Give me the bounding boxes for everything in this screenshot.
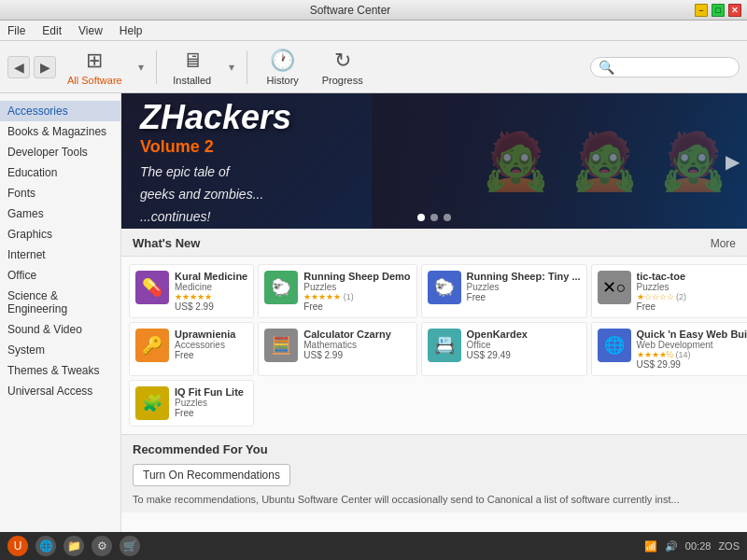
recommended-description: To make recommendations, Ubuntu Software… xyxy=(133,494,736,505)
app-icon: 🧮 xyxy=(264,329,298,362)
menu-help[interactable]: Help xyxy=(116,22,147,39)
app-stars: ★★★★★ xyxy=(175,292,247,301)
software-center-icon[interactable]: 🛒 xyxy=(120,536,140,556)
status-zos: ZOS xyxy=(718,540,740,552)
sidebar-item-internet[interactable]: Internet xyxy=(0,245,120,265)
app-info: Quick 'n Easy Web Bui... Web Development… xyxy=(637,329,747,370)
back-button[interactable]: ◀ xyxy=(7,56,30,78)
app-icon: 🌐 xyxy=(598,329,631,362)
banner[interactable]: ZHackers Volume 2 The epic tale of geeks… xyxy=(121,93,747,229)
installed-dropdown[interactable]: ▾ xyxy=(224,50,239,84)
star-count: (14) xyxy=(676,350,691,359)
sidebar-item-developer-tools[interactable]: Developer Tools xyxy=(0,142,120,162)
status-volume-icon: 🔊 xyxy=(665,540,678,553)
ubuntu-icon[interactable]: U xyxy=(7,536,28,556)
app-category: Office xyxy=(467,340,581,350)
all-software-dropdown[interactable]: ▾ xyxy=(134,50,148,84)
minimize-button[interactable]: − xyxy=(695,4,708,17)
banner-dot-2[interactable] xyxy=(430,214,438,221)
app-price: Free xyxy=(175,408,247,418)
sidebar-item-sound[interactable]: Sound & Video xyxy=(0,319,120,340)
menu-file[interactable]: File xyxy=(4,22,29,39)
app-name: Uprawnienia xyxy=(175,329,247,340)
recommended-section: Recommended For You Turn On Recommendati… xyxy=(121,434,747,512)
main-content: Accessories Books & Magazines Developer … xyxy=(0,93,747,532)
app-stars: ★★★★½ (14) xyxy=(637,350,747,359)
search-wrap: 🔍 xyxy=(590,57,740,77)
installed-label: Installed xyxy=(173,75,211,86)
banner-next-arrow[interactable]: ▶ xyxy=(726,150,740,173)
progress-tab[interactable]: ↻ Progress xyxy=(315,45,371,90)
app-icon: 🐑 xyxy=(428,271,461,304)
whats-new-title: What's New xyxy=(133,236,200,250)
sidebar-item-books[interactable]: Books & Magazines xyxy=(0,121,120,142)
turn-on-recommendations-button[interactable]: Turn On Recommendations xyxy=(133,464,290,486)
files-icon[interactable]: 📁 xyxy=(63,536,84,556)
app-icon: 🧩 xyxy=(135,386,169,420)
history-label: History xyxy=(267,75,299,86)
app-card[interactable]: 🌐 Quick 'n Easy Web Bui... Web Developme… xyxy=(591,322,747,376)
chrome-icon[interactable]: 🌐 xyxy=(35,536,56,556)
app-icon: ✕○ xyxy=(598,271,631,304)
sidebar-item-themes[interactable]: Themes & Tweaks xyxy=(0,360,120,381)
status-right: 📶 🔊 00:28 ZOS xyxy=(644,540,740,553)
app-card[interactable]: ✕○ tic-tac-toe Puzzles ★☆☆☆☆ (2) Free xyxy=(591,264,747,318)
app-info: Running Sheep: Tiny ... Puzzles Free xyxy=(467,271,581,312)
search-input[interactable] xyxy=(614,61,736,74)
banner-subtitle-2: geeks and zombies... xyxy=(140,187,291,202)
banner-dots xyxy=(417,214,451,221)
app-icon: 📇 xyxy=(428,329,461,362)
app-category: Puzzles xyxy=(175,398,247,408)
history-tab[interactable]: 🕐 History xyxy=(255,45,311,90)
menu-view[interactable]: View xyxy=(75,22,106,39)
app-price: US$ 2.99 xyxy=(175,301,247,312)
all-software-icon: ⊞ xyxy=(86,49,103,73)
search-bar: 🔍 xyxy=(374,57,740,77)
sidebar-item-office[interactable]: Office xyxy=(0,265,120,286)
maximize-button[interactable]: □ xyxy=(712,4,725,17)
banner-text: ZHackers Volume 2 The epic tale of geeks… xyxy=(121,93,310,229)
app-stars: ★☆☆☆☆ (2) xyxy=(637,292,747,301)
settings-icon[interactable]: ⚙ xyxy=(92,536,112,556)
app-name: Calculator Czarny xyxy=(303,329,410,340)
toolbar: ◀ ▶ ⊞ All Software ▾ 🖥 Installed ▾ 🕐 His… xyxy=(0,41,747,93)
app-card[interactable]: 💊 Kural Medicine Medicine ★★★★★ US$ 2.99 xyxy=(129,264,254,318)
sidebar-item-graphics[interactable]: Graphics xyxy=(0,224,120,245)
installed-tab[interactable]: 🖥 Installed xyxy=(164,45,220,90)
app-card[interactable]: 🐑 Running Sheep: Tiny ... Puzzles Free xyxy=(421,264,587,318)
more-link[interactable]: More xyxy=(711,237,736,250)
star-count: (2) xyxy=(676,292,686,301)
window-title: Software Center xyxy=(6,4,695,17)
sidebar-item-accessories[interactable]: Accessories xyxy=(0,101,120,121)
banner-dot-1[interactable] xyxy=(417,214,425,221)
sidebar-item-games[interactable]: Games xyxy=(0,203,120,224)
close-button[interactable]: ✕ xyxy=(728,4,741,17)
figure-3: 🧟 xyxy=(658,128,728,194)
app-icon: 💊 xyxy=(135,271,169,304)
sidebar-item-science[interactable]: Science & Engineering xyxy=(0,286,120,319)
figure-1: 🧟 xyxy=(481,128,551,194)
sidebar-item-education[interactable]: Education xyxy=(0,162,120,183)
app-card[interactable]: 🐑 Running Sheep Demo Puzzles ★★★★★ (1) F… xyxy=(258,264,416,318)
status-time: 00:28 xyxy=(685,540,712,552)
progress-label: Progress xyxy=(322,75,363,86)
app-name: Quick 'n Easy Web Bui... xyxy=(637,329,747,340)
sidebar-item-fonts[interactable]: Fonts xyxy=(0,183,120,203)
app-card[interactable]: 🔑 Uprawnienia Accessories Free xyxy=(129,322,254,376)
all-software-tab[interactable]: ⊞ All Software xyxy=(60,45,130,90)
banner-volume: Volume 2 xyxy=(140,137,291,157)
sidebar-item-system[interactable]: System xyxy=(0,340,120,360)
app-card[interactable]: 🧮 Calculator Czarny Mathematics US$ 2.99 xyxy=(258,322,416,376)
app-card[interactable]: 🧩 IQ Fit Fun Lite Puzzles Free xyxy=(129,380,254,427)
forward-button[interactable]: ▶ xyxy=(34,56,56,78)
menu-edit[interactable]: Edit xyxy=(38,22,65,39)
sidebar-item-universal-access[interactable]: Universal Access xyxy=(0,381,120,401)
app-info: Calculator Czarny Mathematics US$ 2.99 xyxy=(303,329,410,370)
toolbar-separator-1 xyxy=(156,50,157,84)
banner-dot-3[interactable] xyxy=(444,214,451,221)
search-icon: 🔍 xyxy=(599,60,614,75)
app-category: Web Development xyxy=(637,340,747,350)
status-network-icon: 📶 xyxy=(644,540,657,553)
app-card[interactable]: 📇 OpenKardex Office US$ 29.49 xyxy=(421,322,587,376)
app-category: Accessories xyxy=(175,340,247,350)
